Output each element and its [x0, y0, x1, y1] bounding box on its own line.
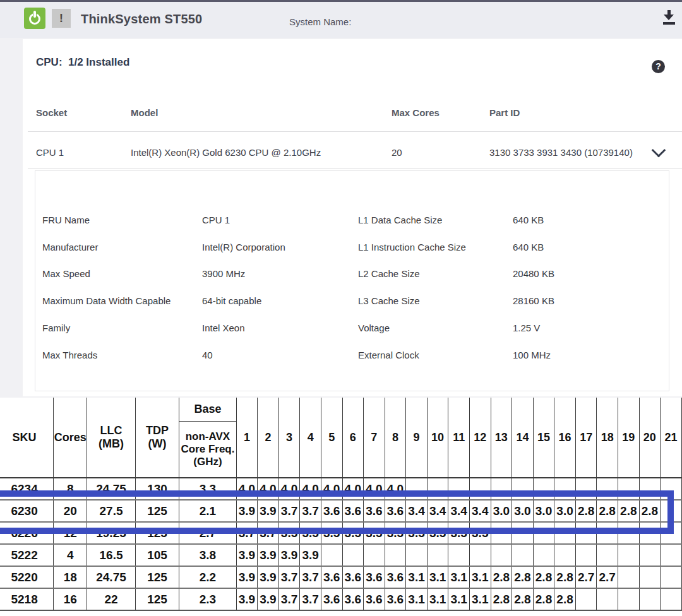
- turbo-value-cell: 4.0: [364, 478, 385, 500]
- turbo-core-header: 8: [385, 398, 406, 478]
- turbo-core-header: 17: [575, 398, 597, 478]
- turbo-value-cell: [661, 544, 682, 566]
- turbo-value-cell: 3.1: [427, 566, 448, 588]
- turbo-value-cell: [661, 522, 682, 544]
- turbo-value-cell: [618, 566, 640, 588]
- turbo-core-header: 15: [533, 398, 554, 478]
- tdp-cell: 125: [135, 522, 179, 544]
- turbo-value-cell: 3.6: [321, 500, 342, 522]
- turbo-value-cell: 3.6: [342, 566, 364, 588]
- turbo-value-cell: [321, 544, 342, 566]
- turbo-value-cell: 3.6: [342, 588, 364, 610]
- cpu-row-max-cores[interactable]: 20: [392, 147, 402, 158]
- page: { "topbar": { "title": "ThinkSystem ST55…: [0, 0, 682, 616]
- turbo-value-cell: 3.9: [236, 566, 258, 588]
- turbo-value-cell: [661, 588, 682, 610]
- turbo-core-header: 14: [512, 398, 534, 478]
- turbo-value-cell: [342, 544, 364, 566]
- detail-value: 100 MHz: [513, 350, 551, 360]
- turbo-value-cell: 3.4: [406, 500, 428, 522]
- detail-row: L3 Cache Size 28160 KB: [358, 287, 554, 314]
- turbo-header-cell: TDP (W): [135, 398, 179, 478]
- base-freq-cell: 2.2: [179, 566, 236, 588]
- turbo-value-cell: 3.6: [321, 588, 342, 610]
- turbo-value-cell: 3.7: [278, 566, 300, 588]
- turbo-core-header: 19: [618, 398, 640, 478]
- freq-header-cell: Basenon-AVXCore Freq.(GHz): [179, 398, 236, 478]
- turbo-value-cell: 3.5: [406, 522, 428, 544]
- turbo-value-cell: 3.1: [469, 566, 491, 588]
- turbo-header-cell: LLC (MB): [87, 398, 136, 478]
- turbo-value-cell: [469, 478, 491, 500]
- turbo-value-cell: [406, 544, 428, 566]
- turbo-value-cell: [575, 544, 597, 566]
- turbo-value-cell: 2.8: [512, 588, 534, 610]
- turbo-value-cell: 4.0: [236, 478, 258, 500]
- turbo-value-cell: [618, 478, 640, 500]
- turbo-value-cell: [639, 522, 661, 544]
- alert-badge[interactable]: !: [52, 9, 71, 28]
- turbo-core-header: 3: [278, 398, 300, 478]
- turbo-value-cell: [385, 544, 406, 566]
- detail-value: 1.25 V: [513, 323, 540, 333]
- turbo-value-cell: 3.7: [300, 588, 321, 610]
- turbo-value-cell: [448, 478, 470, 500]
- details-right-column: L1 Data Cache Size 640 KB L1 Instruction…: [358, 206, 554, 369]
- cores-cell: 16: [54, 588, 87, 610]
- cpu-row-socket[interactable]: CPU 1: [36, 147, 64, 158]
- column-header-part-id: Part ID: [489, 107, 520, 118]
- power-button[interactable]: [24, 8, 45, 29]
- turbo-value-cell: 3.5: [321, 522, 342, 544]
- turbo-value-cell: [364, 544, 385, 566]
- turbo-value-cell: 3.6: [364, 566, 385, 588]
- turbo-value-cell: [597, 588, 618, 610]
- turbo-value-cell: [618, 588, 640, 610]
- help-button[interactable]: ?: [652, 60, 665, 73]
- turbo-row-6230: 62302027.51252.13.93.93.73.73.63.63.63.6…: [0, 500, 682, 522]
- detail-value: 40: [202, 350, 213, 360]
- turbo-row-5220: 52201824.751252.23.93.93.73.73.63.63.63.…: [0, 566, 682, 588]
- cpu-row-part-id[interactable]: 3130 3733 3931 3430 (10739140): [489, 147, 633, 158]
- freq-header-line: non-AVX: [179, 430, 236, 443]
- turbo-value-cell: 3.5: [342, 522, 364, 544]
- turbo-core-header: 7: [364, 398, 385, 478]
- detail-row: FRU Name CPU 1: [42, 206, 285, 234]
- chevron-down-icon[interactable]: [652, 143, 666, 158]
- turbo-value-cell: 3.5: [278, 522, 300, 544]
- cores-cell: 8: [54, 478, 87, 500]
- detail-row: Family Intel Xeon: [42, 314, 285, 341]
- llc-cell: 27.5: [87, 500, 136, 522]
- turbo-value-cell: 2.8: [533, 588, 554, 610]
- turbo-value-cell: [661, 500, 682, 522]
- turbo-value-cell: 3.6: [342, 500, 364, 522]
- turbo-value-cell: 3.5: [385, 522, 406, 544]
- turbo-header-cell: SKU: [0, 398, 54, 478]
- turbo-value-cell: [639, 588, 661, 610]
- column-header-max-cores: Max Cores: [392, 107, 440, 118]
- turbo-value-cell: 3.9: [236, 544, 258, 566]
- turbo-value-cell: [406, 478, 428, 500]
- detail-row: L1 Instruction Cache Size 640 KB: [358, 234, 554, 261]
- tdp-cell: 130: [135, 478, 179, 500]
- turbo-value-cell: 3.4: [427, 500, 448, 522]
- turbo-value-cell: 4.0: [385, 478, 406, 500]
- turbo-core-header: 12: [469, 398, 491, 478]
- turbo-core-header: 11: [448, 398, 470, 478]
- turbo-value-cell: [554, 478, 576, 500]
- turbo-value-cell: 2.8: [491, 566, 512, 588]
- detail-value: 20480 KB: [513, 268, 554, 279]
- turbo-value-cell: [491, 478, 512, 500]
- topbar: ! ThinkSystem ST550 System Name:: [0, 0, 682, 38]
- turbo-value-cell: 3.4: [469, 500, 491, 522]
- detail-value: 640 KB: [513, 242, 544, 252]
- turbo-header-cell: Cores: [54, 398, 87, 478]
- turbo-value-cell: 3.1: [427, 588, 448, 610]
- download-button[interactable]: [662, 10, 676, 26]
- turbo-value-cell: 3.9: [236, 500, 258, 522]
- turbo-value-cell: 3.5: [300, 522, 321, 544]
- turbo-value-cell: [597, 522, 618, 544]
- cpu-row-model[interactable]: Intel(R) Xeon(R) Gold 6230 CPU @ 2.10GHz: [131, 147, 321, 158]
- turbo-row-5222: 5222416.51053.83.93.93.93.9: [0, 544, 682, 566]
- turbo-core-header: 18: [597, 398, 618, 478]
- turbo-value-cell: 4.0: [300, 478, 321, 500]
